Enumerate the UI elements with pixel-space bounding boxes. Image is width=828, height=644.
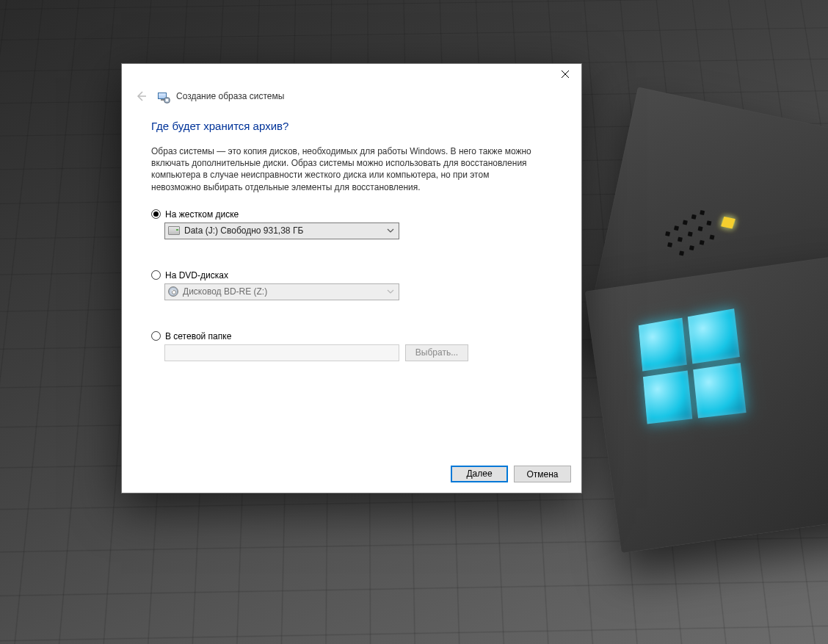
chevron-down-icon	[387, 284, 394, 300]
hard-disk-value: Data (J:) Свободно 931,38 ГБ	[184, 225, 303, 236]
page-heading: Где будет хранится архив?	[151, 120, 552, 132]
wizard-content: Где будет хранится архив? Образ системы …	[122, 112, 581, 458]
network-path-input	[164, 344, 399, 361]
option-dvd: На DVD-дисках Дисковод BD-RE (Z:)	[151, 270, 552, 300]
dvd-dropdown: Дисковод BD-RE (Z:)	[164, 283, 399, 300]
option-hard-disk: На жестком диске Data (J:) Свободно 931,…	[151, 209, 552, 239]
radio-hard-disk[interactable]	[151, 209, 161, 219]
radio-network-label[interactable]: В сетевой папке	[165, 331, 231, 341]
radio-dvd[interactable]	[151, 270, 161, 280]
windows-10-logo	[639, 308, 747, 424]
wizard-header: Создание образа системы	[122, 86, 581, 112]
wizard-title: Создание образа системы	[176, 91, 284, 101]
system-image-icon	[157, 90, 169, 102]
wizard-footer: Далее Отмена	[122, 458, 581, 493]
hard-drive-icon	[168, 226, 180, 235]
optical-drive-icon	[168, 286, 178, 297]
back-arrow-icon	[134, 90, 148, 103]
browse-button: Выбрать...	[405, 344, 468, 361]
cancel-button[interactable]: Отмена	[514, 466, 571, 482]
close-button[interactable]	[548, 64, 581, 84]
radio-hard-disk-label[interactable]: На жестком диске	[165, 209, 239, 220]
hard-disk-dropdown[interactable]: Data (J:) Свободно 931,38 ГБ	[164, 222, 399, 239]
close-icon	[562, 70, 569, 78]
back-button[interactable]	[132, 87, 150, 105]
next-button[interactable]: Далее	[451, 466, 508, 482]
radio-network[interactable]	[151, 331, 161, 341]
radio-dvd-label[interactable]: На DVD-дисках	[165, 270, 228, 281]
dvd-value: Дисковод BD-RE (Z:)	[183, 286, 267, 297]
desktop-wallpaper: Создание образа системы Где будет хранит…	[0, 0, 828, 644]
titlebar	[122, 64, 581, 86]
option-network: В сетевой папке Выбрать...	[151, 331, 552, 361]
page-description: Образ системы — это копия дисков, необхо…	[151, 145, 533, 193]
create-system-image-wizard: Создание образа системы Где будет хранит…	[121, 63, 582, 493]
windows-classic-logo	[653, 162, 793, 301]
chevron-down-icon	[387, 223, 394, 239]
